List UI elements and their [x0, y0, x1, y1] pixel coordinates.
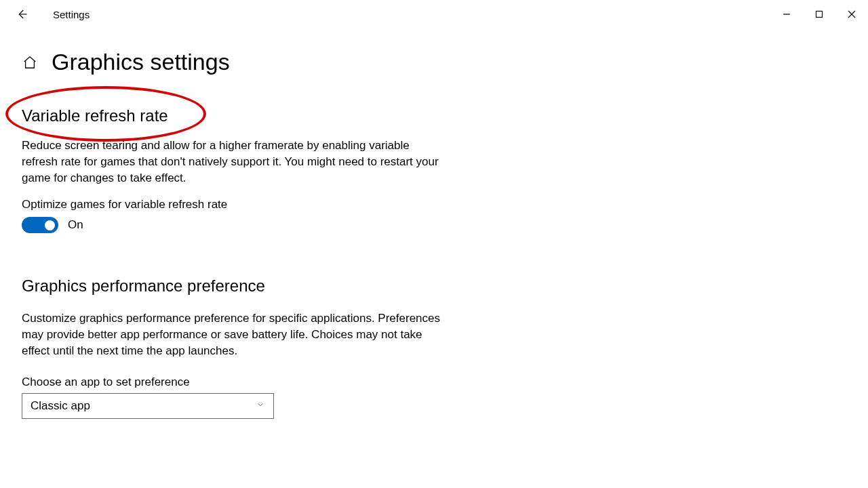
- page-header: Graphics settings: [22, 49, 846, 75]
- vrr-section-heading: Variable refresh rate: [22, 106, 168, 125]
- page-title: Graphics settings: [52, 49, 230, 75]
- window-controls: [770, 1, 868, 28]
- perf-section-heading: Graphics performance preference: [22, 277, 846, 296]
- minimize-icon: [783, 10, 791, 18]
- vrr-toggle-state: On: [68, 218, 83, 232]
- close-icon: [848, 10, 856, 18]
- vrr-toggle[interactable]: [22, 217, 58, 233]
- back-button[interactable]: [8, 1, 35, 28]
- choose-app-label: Choose an app to set preference: [22, 375, 846, 389]
- app-type-dropdown[interactable]: Classic app: [22, 393, 274, 419]
- home-icon[interactable]: [22, 54, 38, 70]
- vrr-toggle-label: Optimize games for variable refresh rate: [22, 198, 846, 211]
- minimize-button[interactable]: [770, 1, 803, 28]
- svg-rect-2: [816, 12, 823, 18]
- close-button[interactable]: [835, 1, 868, 28]
- title-bar: Settings: [0, 0, 868, 28]
- app-title: Settings: [53, 9, 90, 20]
- dropdown-value: Classic app: [31, 399, 90, 413]
- toggle-knob: [45, 220, 55, 230]
- perf-description: Customize graphics performance preferenc…: [22, 310, 442, 359]
- content-area: Graphics settings Variable refresh rate …: [0, 28, 868, 419]
- arrow-left-icon: [16, 8, 28, 20]
- chevron-down-icon: [256, 399, 265, 413]
- vrr-description: Reduce screen tearing and allow for a hi…: [22, 138, 442, 186]
- vrr-toggle-row: On: [22, 217, 846, 233]
- maximize-icon: [815, 10, 823, 18]
- maximize-button[interactable]: [803, 1, 835, 28]
